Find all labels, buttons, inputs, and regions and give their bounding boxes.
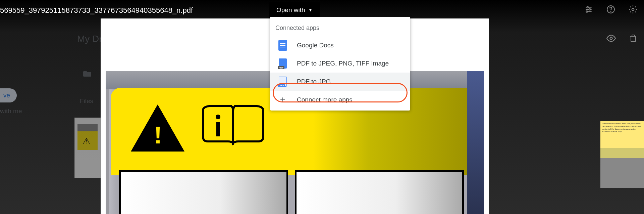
dropdown-item-pdf-to-image[interactable]: PDF to JPEG, PNG, TIFF Image [270, 54, 410, 73]
open-with-button[interactable]: Open with ▼ [269, 2, 320, 18]
page-thumbnail[interactable]: Lorem ipsum dolor sit amet text placehol… [600, 121, 644, 188]
pdf-to-jpg-icon [278, 77, 287, 86]
dropdown-item-google-docs[interactable]: Google Docs [270, 36, 410, 54]
svg-point-4 [589, 9, 590, 10]
folder-icon [83, 71, 91, 79]
dropdown-item-label: PDF to JPG [297, 78, 331, 85]
dropdown-item-label: PDF to JPEG, PNG, TIFF Image [297, 60, 389, 67]
open-with-dropdown: Connected apps Google Docs PDF to JPEG, … [270, 17, 410, 111]
sidebar-shared-partial: with me [0, 108, 22, 115]
files-section-label: Files [80, 97, 93, 105]
help-icon[interactable] [606, 5, 615, 16]
svg-point-9 [610, 37, 612, 40]
file-card-thumbnail [74, 118, 101, 178]
breadcrumb: My Dr [77, 34, 102, 44]
open-with-label: Open with [276, 6, 305, 14]
dropdown-item-pdf-to-jpg[interactable]: PDF to JPG [270, 73, 410, 91]
svg-point-5 [586, 11, 587, 12]
caret-down-icon: ▼ [309, 8, 313, 12]
svg-rect-11 [216, 122, 220, 136]
warning-triangle-icon [131, 104, 184, 152]
plus-icon: + [278, 95, 287, 104]
dropdown-item-label: Google Docs [297, 42, 334, 49]
manual-book-icon [200, 103, 267, 151]
dropdown-item-label: Connect more apps [297, 96, 353, 103]
sidebar-my-drive-partial: ve [0, 88, 17, 102]
dropdown-item-connect-more[interactable]: + Connect more apps [270, 91, 410, 109]
settings-icon[interactable] [629, 5, 637, 16]
dropdown-section-header: Connected apps [270, 22, 410, 36]
page-thumbnail-strip[interactable]: Lorem ipsum dolor sit amet text placehol… [600, 121, 644, 188]
delete-icon[interactable] [629, 34, 637, 45]
google-docs-icon [278, 41, 287, 50]
filename-label: 569559_397925115873733_33776735649403556… [0, 6, 193, 15]
pdf-converter-icon [278, 59, 287, 68]
tune-icon[interactable] [584, 5, 593, 16]
svg-point-7 [610, 11, 611, 12]
visibility-icon[interactable] [606, 34, 616, 45]
svg-point-10 [216, 115, 220, 119]
svg-point-8 [632, 8, 634, 11]
svg-point-3 [587, 6, 588, 8]
